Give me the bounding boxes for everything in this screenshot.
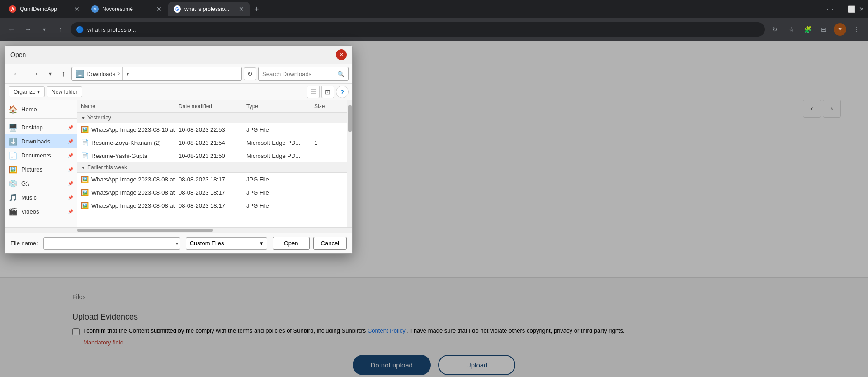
tab-close-novoresume[interactable]: ✕ [156, 5, 162, 13]
file-size-wa-1050-2 [311, 173, 347, 186]
cancel-button[interactable]: Cancel [313, 237, 347, 250]
dialog-close-button[interactable]: ✕ [336, 49, 347, 60]
dialog-path-bar[interactable]: ⬇️ Downloads > ▾ [71, 67, 242, 81]
sidebar-item-documents[interactable]: 📄 Documents 📌 [5, 148, 77, 162]
file-row-whatsapp1[interactable]: 🖼️ WhatsApp Image 2023-08-10 at 22.53.23… [77, 123, 347, 136]
tab-close-quml[interactable]: ✕ [74, 5, 80, 13]
tab-add-button[interactable]: + [250, 5, 263, 14]
view-options-button[interactable]: ☰ [307, 86, 320, 98]
file-size-wa-1050-29 [311, 199, 347, 212]
help-button[interactable]: ? [336, 86, 349, 98]
file-name-whatsapp1: 🖼️ WhatsApp Image 2023-08-10 at 22.53.23 [77, 123, 175, 136]
sidebar-item-gdrive[interactable]: 💿 G:\ 📌 [5, 177, 77, 191]
col-size[interactable]: Size [311, 100, 347, 112]
dialog-body: 🏠 Home 🖥️ Desktop 📌 ⬇️ Downloads 📌 [5, 100, 352, 227]
browser-chrome: A QumlDemoApp ✕ N Novorésumé ✕ G what is… [0, 0, 868, 41]
bookmark-button[interactable]: ☆ [785, 23, 797, 36]
col-date[interactable]: Date modified [175, 100, 243, 112]
group-yesterday-label: Yesterday [87, 115, 111, 121]
file-type-resume-yashi: Microsoft Edge PD... [243, 149, 311, 162]
file-row-wa-1050-2[interactable]: 🖼️ WhatsApp Image 2023-08-08 at 10.50.2 … [77, 173, 347, 186]
browser-menu-button[interactable]: ⋮ [850, 23, 863, 36]
file-type-wa-1050-2: JPG File [243, 173, 311, 186]
dialog-action-buttons: Open Cancel [273, 237, 347, 250]
history-button[interactable]: ▾ [38, 23, 51, 36]
tab-google[interactable]: G what is professio... ✕ [168, 2, 250, 16]
dialog-search-input[interactable] [262, 71, 335, 77]
dialog-search-box[interactable]: 🔍 [258, 67, 349, 81]
file-name-resume-yashi: 📄 Resume-Yashi-Gupta [77, 149, 175, 162]
file-group-earlier[interactable]: ▼ Earlier this week [77, 162, 347, 173]
file-size-resume-yashi [311, 149, 347, 162]
tab-menu-button[interactable]: ⋯ [826, 4, 834, 14]
sidebar-item-gdrive-label: G:\ [21, 180, 29, 187]
dialog-path-dropdown-btn[interactable]: ▾ [122, 67, 133, 80]
close-button[interactable]: ✕ [859, 5, 864, 13]
up-button[interactable]: ↑ [54, 23, 67, 36]
scrollbar-thumb[interactable] [348, 105, 352, 132]
dialog-sidebar: 🏠 Home 🖥️ Desktop 📌 ⬇️ Downloads 📌 [5, 100, 77, 227]
sidebar-divider-1 [5, 118, 77, 119]
sidebar-item-music[interactable]: 🎵 Music 📌 [5, 191, 77, 205]
file-date-resume-zoya: 10-08-2023 21:54 [175, 136, 243, 149]
file-row-wa-1050-28[interactable]: 🖼️ WhatsApp Image 2023-08-08 at 10.50.28… [77, 186, 347, 199]
sidebar-item-videos-label: Videos [21, 208, 39, 215]
file-type-dropdown-arrow: ▾ [260, 240, 263, 247]
tab-label-novoresume: Novorésumé [102, 6, 133, 12]
dialog-refresh-button[interactable]: ↻ [244, 67, 256, 80]
sidebar-item-documents-label: Documents [21, 152, 51, 159]
organize-button[interactable]: Organize ▾ [9, 86, 45, 97]
sidebar-item-downloads[interactable]: ⬇️ Downloads 📌 [5, 134, 77, 148]
dialog-up-button[interactable]: ↑ [57, 67, 70, 80]
tab-favicon-google: G [174, 5, 181, 13]
dialog-footer: File name: ▾ Custom Files ▾ Open Cancel [5, 233, 352, 253]
minimize-button[interactable]: — [838, 5, 844, 13]
search-icon: 🔍 [337, 71, 344, 77]
profile-button[interactable]: Y [834, 23, 846, 36]
dialog-back-button[interactable]: ← [9, 67, 25, 80]
file-date-resume-yashi: 10-08-2023 21:50 [175, 149, 243, 162]
sidebar-item-desktop[interactable]: 🖥️ Desktop 📌 [5, 120, 77, 134]
view-toggle-button[interactable]: ⊡ [321, 86, 334, 98]
dialog-options-bar: Organize ▾ New folder ☰ ⊡ ? [5, 84, 352, 100]
h-scrollbar-thumb[interactable] [77, 229, 213, 232]
dialog-path-icon: ⬇️ [75, 70, 85, 78]
new-folder-button[interactable]: New folder [47, 86, 82, 97]
sidebar-item-videos[interactable]: 🎬 Videos 📌 [5, 205, 77, 219]
horizontal-scrollbar[interactable] [5, 227, 352, 233]
file-list-scrollbar[interactable] [347, 100, 352, 227]
tab-quml[interactable]: A QumlDemoApp ✕ [4, 2, 85, 16]
browser-controls: ← → ▾ ↑ 🔵 what is professio... ↻ ☆ 🧩 ⊟ Y… [0, 18, 868, 41]
address-bar[interactable]: 🔵 what is professio... [71, 22, 765, 37]
refresh-button[interactable]: ↻ [769, 23, 781, 36]
file-row-resume-yashi[interactable]: 📄 Resume-Yashi-Gupta 10-08-2023 21:50 Mi… [77, 149, 347, 162]
forward-button[interactable]: → [22, 23, 34, 36]
file-name-input[interactable] [47, 238, 176, 249]
sidebar-toggle-button[interactable]: ⊟ [817, 23, 830, 36]
sidebar-item-music-label: Music [21, 194, 37, 201]
file-row-wa-1050-29[interactable]: 🖼️ WhatsApp Image 2023-08-08 at 10.50.29… [77, 199, 347, 212]
dialog-path-label: Downloads [86, 71, 115, 77]
tab-close-google[interactable]: ✕ [239, 5, 244, 13]
col-type[interactable]: Type [243, 100, 311, 112]
col-name[interactable]: Name [77, 100, 175, 112]
dialog-options-right: ☰ ⊡ ? [307, 86, 349, 98]
dialog-forward-button[interactable]: → [27, 67, 43, 80]
pictures-icon: 🖼️ [9, 165, 18, 174]
file-date-wa-1050-29: 08-08-2023 18:17 [175, 199, 243, 212]
extensions-button[interactable]: 🧩 [801, 23, 814, 36]
maximize-button[interactable]: ⬜ [848, 5, 855, 13]
file-type-selector[interactable]: Custom Files ▾ [186, 237, 267, 250]
file-group-yesterday[interactable]: ▼ Yesterday [77, 113, 347, 123]
address-text: what is professio... [87, 26, 136, 33]
back-button[interactable]: ← [5, 23, 18, 36]
file-name-input-wrapper: ▾ [43, 237, 180, 250]
sidebar-item-pictures[interactable]: 🖼️ Pictures 📌 [5, 162, 77, 177]
dialog-dropdown-button[interactable]: ▾ [45, 69, 56, 79]
tab-novoresume[interactable]: N Novorésumé ✕ [86, 2, 167, 16]
sidebar-item-home[interactable]: 🏠 Home [5, 102, 77, 116]
tab-label-quml: QumlDemoApp [20, 6, 57, 12]
file-row-resume-zoya[interactable]: 📄 Resume-Zoya-Khanam (2) 10-08-2023 21:5… [77, 136, 347, 149]
open-button[interactable]: Open [273, 237, 310, 250]
file-name-dropdown-arrow[interactable]: ▾ [176, 241, 178, 246]
